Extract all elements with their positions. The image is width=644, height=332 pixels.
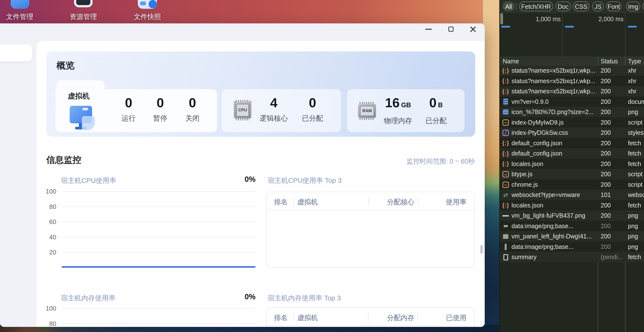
request-type: script [628, 119, 644, 126]
resource-manager-app-icon[interactable] [74, 0, 92, 7]
request-name: vm?ver=0.9.0 [512, 98, 596, 105]
network-request-row[interactable]: {:}status?names=x52bxq1r,wkp...200xhr [500, 65, 644, 76]
request-type: png [628, 243, 644, 250]
timeline-drag-handle[interactable] [500, 13, 503, 24]
image-dash-icon [502, 223, 509, 230]
request-status: 200 [601, 171, 624, 178]
file-manager-app-icon[interactable] [11, 0, 29, 9]
window-scrollbar-thumb[interactable] [480, 245, 483, 254]
stat-stopped: 0 关闭 [185, 96, 200, 123]
image-square-icon [502, 233, 509, 240]
column-header[interactable]: 分配内存 [387, 313, 414, 322]
chart-data-line [62, 266, 256, 268]
timeline-gridline [625, 13, 626, 57]
request-type: png [628, 212, 644, 219]
cpu-chip-icon: CPU [234, 100, 251, 120]
request-name: data:image/png;base... [512, 243, 596, 250]
network-request-row[interactable]: data:image/png;base...200png [500, 242, 644, 252]
json-icon: {:} [502, 161, 509, 167]
maximize-button[interactable] [448, 27, 454, 32]
json-icon: {:} [502, 202, 509, 209]
minimize-button[interactable] [425, 29, 432, 30]
request-name: summary [512, 253, 596, 261]
filter-chip-font[interactable]: Font [606, 2, 621, 11]
stylesheet-icon: ╱ [502, 129, 509, 136]
request-status: 200 [601, 119, 624, 126]
request-status: 200 [601, 129, 624, 136]
request-name: index-PtyDGkSw.css [512, 129, 596, 136]
column-header-status[interactable]: Status [601, 58, 618, 65]
column-header[interactable]: 已使用 [446, 313, 466, 322]
request-status: 200 [601, 233, 624, 240]
column-header[interactable]: 排名 [274, 313, 288, 322]
mem-top3-table: 排名 虚拟机 分配内存 已使用 [266, 307, 475, 327]
request-status: 200 [601, 78, 624, 85]
request-status: 200 [601, 160, 624, 167]
request-type: png [628, 233, 644, 240]
network-request-row[interactable]: vm_bg_light-fuFVB437.png200png [500, 210, 644, 221]
network-request-row[interactable]: {:}status?names=x52bxq1r,wkp...200xhr [500, 76, 644, 86]
cpu-top3-title: 宿主机CPU使用率 Top 3 [268, 176, 342, 185]
resource-manager-screen-glyph [76, 0, 90, 5]
filter-chip-doc[interactable]: Doc [556, 2, 571, 11]
network-request-row[interactable]: {:}locales.json200fetch [500, 200, 644, 211]
network-request-row[interactable]: ╱index-PtyDGkSw.css200stylesheet [500, 128, 644, 138]
network-request-row[interactable]: ⇄websocket?type=vmware101websocket [500, 190, 644, 200]
column-header[interactable]: 虚拟机 [298, 197, 318, 207]
network-request-row[interactable]: {:}default_config.json200fetch [500, 148, 644, 159]
stat-logical-cores: 4 逻辑核心 [260, 96, 288, 123]
request-status: 200 [601, 243, 624, 250]
network-request-row[interactable]: ‹›btype.js200script [500, 169, 644, 179]
column-header[interactable]: 虚拟机 [298, 313, 318, 322]
filter-chip-all[interactable]: All [502, 2, 515, 11]
script-icon: ‹› [502, 171, 509, 178]
request-type: xhr [628, 88, 644, 95]
network-request-row[interactable]: {:}default_config.json200fetch [500, 138, 644, 148]
network-timeline-overview[interactable]: 1,000 ms 2,000 ms [500, 13, 644, 57]
timeline-gridline [562, 13, 563, 57]
timeline-label: 1,000 ms [536, 16, 561, 23]
websocket-icon: ⇄ [502, 192, 509, 198]
network-request-row[interactable]: vm_panel_left_light-DwgI41...200png [500, 231, 644, 242]
network-filter-bar: AllFetch/XHRDocCSSJSFontImg [500, 0, 644, 13]
column-header[interactable]: 分配核心 [387, 197, 414, 207]
mem-chart-value: 0% [244, 292, 256, 301]
network-table-header: Name Status Type [500, 57, 644, 65]
snapshot-bar-glyph [140, 2, 146, 5]
filter-chip-css[interactable]: CSS [573, 2, 590, 11]
network-request-row[interactable]: icon_%7B0%7D.png?size=2...200png [500, 107, 644, 117]
filter-chip-clipped[interactable] [642, 2, 644, 11]
network-request-row[interactable]: vm?ver=0.9.0200document [500, 97, 644, 107]
file-snapshot-app-icon[interactable] [138, 0, 157, 9]
stat-running: 0 运行 [122, 96, 136, 123]
filter-chip-fetch-xhr[interactable]: Fetch/XHR [519, 2, 553, 11]
json-icon: {:} [502, 67, 509, 74]
request-status: 200 [601, 150, 624, 157]
request-status: (pendi... [601, 253, 624, 261]
column-header-type[interactable]: Type [628, 58, 641, 65]
column-header[interactable]: 排名 [274, 197, 288, 207]
request-type: xhr [628, 67, 644, 74]
request-type: script [628, 181, 644, 188]
filter-chip-img[interactable]: Img [626, 2, 640, 11]
request-type: stylesheet [628, 129, 644, 136]
sidebar-selected-item[interactable] [0, 44, 32, 62]
snapshot-badge [148, 0, 157, 8]
network-request-row[interactable]: data:image/png;base...200png [500, 221, 644, 231]
network-request-row[interactable]: ‹›index-DyMyIwD9.js200script [500, 117, 644, 128]
column-header-name[interactable]: Name [503, 58, 519, 65]
request-type: png [628, 109, 644, 116]
chart-gridline [62, 323, 256, 324]
network-request-row[interactable]: {:}locales.json200fetch [500, 159, 644, 169]
filter-chip-js[interactable]: JS [592, 2, 604, 11]
timeline-request-mark [565, 26, 574, 28]
network-request-row[interactable]: summary(pendi...fetch [500, 252, 644, 262]
virtual-machine-icon [69, 105, 94, 131]
script-icon: ‹› [502, 181, 509, 188]
chart-gridline [62, 222, 256, 222]
close-button[interactable] [470, 26, 476, 33]
column-header[interactable]: 使用率 [446, 197, 466, 207]
network-request-row[interactable]: {:}status?names=x52bxq1r,wkp...200xhr [500, 86, 644, 97]
network-request-row[interactable]: ‹›chrome.js200script [500, 179, 644, 190]
request-status: 200 [601, 202, 624, 209]
